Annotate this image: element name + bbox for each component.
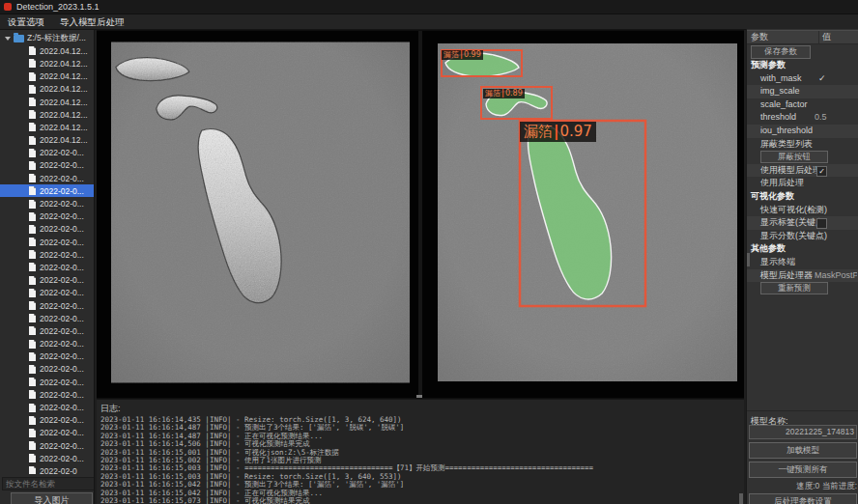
tree-item-label: 2022-02-0... [40,351,84,361]
log-panel: 日志: 2023-01-11 16:16:14,435 |INFO| - Res… [97,399,744,504]
file-icon [29,98,36,106]
file-icon [29,416,36,425]
tree-item-label: 2022-02-0... [40,326,84,336]
param-button[interactable]: 重新预测 [760,282,828,294]
file-icon [29,212,36,221]
tree-item-label: 2022.04.12... [40,110,88,120]
file-icon [29,85,36,94]
tree-item[interactable]: 2022.04.12... [0,134,94,147]
tree-item-label: 2022-02-0... [40,339,84,349]
tree-item[interactable]: 2022-02-0... [0,376,94,388]
file-icon [29,365,36,374]
import-images-button[interactable]: 导入图片 [11,492,93,504]
tree-item[interactable]: 2022-02-0... [0,439,94,452]
tree-item[interactable]: 2022-02-0... [0,274,94,287]
speed-progress-text: 速度:0 当前进度: [749,481,857,492]
detection-class: 漏箔 [524,123,553,140]
param-label: 快速可视化(检测) [747,204,858,217]
log-scrollbar[interactable] [739,493,743,504]
detection-class: 漏箔 [485,89,500,98]
tree-item[interactable]: 2022-02-0 [0,464,94,474]
tree-item-label: 2022-02-0 [40,466,77,474]
tree-item[interactable]: 2022.04.12... [0,83,94,96]
file-icon [29,404,36,412]
load-model-button[interactable]: 加载模型 [749,442,857,459]
param-value: MaskPostPro [815,269,857,283]
app-window: Detection_2023.1.5.1 设置选项 导入模型后处理 Z:/5-标… [0,0,858,504]
param-label: 显示标签(关键点) [747,216,858,230]
tree-item[interactable]: 2022-02-0... [0,388,94,401]
tree-item-label: 2022.04.12... [40,123,88,132]
file-icon [29,238,36,246]
tree-item-label: 2022-02-0... [40,314,84,323]
tree-item[interactable]: 2022.04.12... [0,96,94,108]
menu-item-import-postprocess[interactable]: 导入模型后处理 [52,14,132,29]
checkbox[interactable] [816,218,827,229]
model-name-field[interactable]: 20221225_174813 [749,425,857,439]
tree-item[interactable]: 2022-02-0... [0,248,94,261]
tree-item[interactable]: 2022-02-0... [0,338,94,350]
tree-item-label: 2022-02-0... [40,454,84,463]
tree-item-label: 2022-02-0... [40,441,84,451]
tree-item-label: 2022-02-0... [40,174,84,183]
tree-item[interactable]: 2022-02-0... [0,210,94,223]
log-title: 日志: [97,400,744,416]
tree-item[interactable]: 2022-02-0... [0,363,94,376]
search-input[interactable] [2,477,95,490]
tree-item-label: 2022-02-0... [40,415,84,425]
tree-item[interactable]: 2022.04.12... [0,121,94,133]
tree-item-label: 2022.04.12... [40,59,88,69]
postprocess-settings-button[interactable]: 后处理参数设置 [749,493,857,504]
file-icon [29,149,36,157]
tree-item[interactable]: 2022.04.12... [0,44,94,57]
param-label: with_mask [747,72,858,86]
tree-item[interactable]: 2022-02-0... [0,427,94,439]
tree-item[interactable]: 2022-02-0... [0,452,94,464]
tree-item[interactable]: 2022-02-0... [0,223,94,236]
tree-item[interactable]: 2022-02-0... [0,147,94,159]
param-button[interactable]: 屏蔽按钮 [760,151,828,163]
tree-item[interactable]: 2022-02-0... [0,184,94,197]
raw-image-canvas [111,42,410,383]
tree-item[interactable]: 2022-02-0... [0,287,94,299]
param-label: 屏蔽类型列表 [747,138,858,152]
divider [747,410,858,411]
tree-item[interactable]: 2022.04.12... [0,70,94,83]
checkbox[interactable]: ✓ [816,166,827,177]
param-label: img_scale [747,85,858,98]
file-icon [29,466,36,474]
param-row: img_scale [747,85,858,98]
param-label: 显示分数(关键点) [747,230,858,243]
tree-item-label: 2022.04.12... [40,71,88,81]
file-icon [29,250,36,259]
tree-item[interactable]: 2022-02-0... [0,197,94,210]
tree-item[interactable]: 2022-02-0... [0,261,94,273]
tree-item[interactable]: 2022-02-0... [0,299,94,312]
tree-item[interactable]: 2022-02-0... [0,236,94,248]
expander-icon[interactable] [5,37,11,41]
tree-item[interactable]: 2022-02-0... [0,159,94,172]
tree-item[interactable]: 2022-02-0... [0,350,94,363]
tree-item[interactable]: 2022-02-0... [0,172,94,184]
param-row: iou_threshold [747,125,858,138]
predict-all-button[interactable]: 一键预测所有 [749,462,857,478]
param-label: 预测参数 [747,59,858,72]
tree-item[interactable]: 2022.04.12... [0,108,94,121]
file-icon [29,454,36,462]
tree-item-label: 2022-02-0... [40,160,84,170]
param-scrollbar[interactable] [747,253,750,266]
tree-item[interactable]: 2022.04.12... [0,57,94,70]
menu-bar: 设置选项 导入模型后处理 [0,14,858,30]
tree-root-folder[interactable]: Z:/5-标注数据/... [0,32,94,44]
tree-item[interactable]: 2022-02-0... [0,312,94,324]
save-params-button[interactable]: 保存参数 [751,45,811,59]
file-icon [29,378,36,386]
tree-item[interactable]: 2022-02-0... [0,324,94,337]
file-icon [29,174,36,182]
tree-item[interactable]: 2022-02-0... [0,401,94,413]
value-col-header: 值 [818,31,858,43]
tree-item-label: 2022-02-0... [40,390,84,400]
tree-item[interactable]: 2022-02-0... [0,414,94,427]
tree-item-label: 2022-02-0... [40,211,84,221]
menu-item-settings[interactable]: 设置选项 [0,14,52,29]
